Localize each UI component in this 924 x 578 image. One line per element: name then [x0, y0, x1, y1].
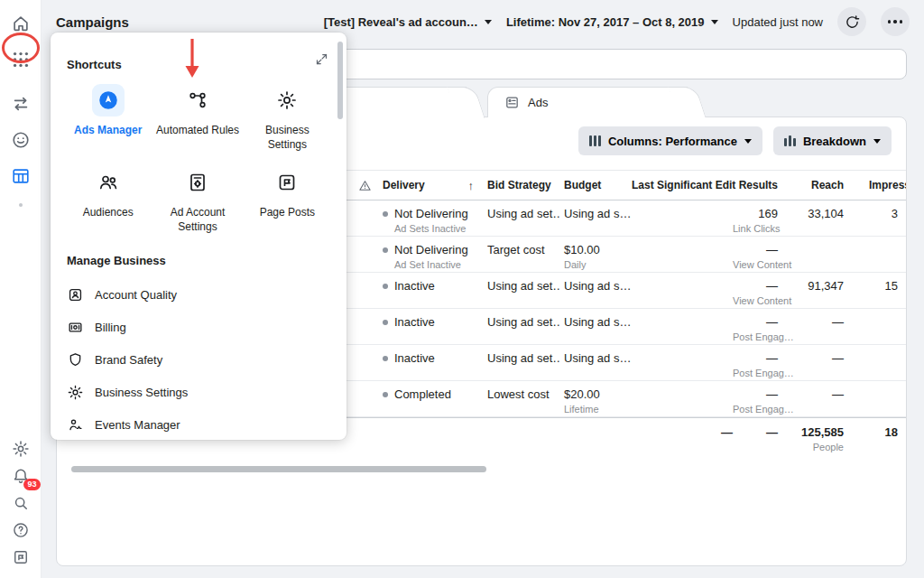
date-range-label: Lifetime: Nov 27, 2017 – Oct 8, 2019	[506, 15, 705, 29]
search-icon[interactable]	[5, 491, 36, 515]
refresh-button[interactable]	[837, 7, 866, 36]
popup-scrollbar[interactable]	[337, 42, 343, 119]
column-header-impressions[interactable]: Impressions	[844, 179, 898, 191]
swap-arrows-icon[interactable]	[5, 90, 36, 117]
reporting-table-icon[interactable]	[5, 163, 36, 190]
menu-item-label: Events Manager	[95, 418, 180, 432]
menu-item-label: Business Settings	[95, 386, 188, 399]
totals-last-edit: —	[632, 425, 733, 439]
shortcut-label: Business Settings	[245, 124, 330, 152]
totals-reach: 125,585People	[778, 425, 844, 452]
ads-tab-icon	[504, 95, 520, 110]
business-settings-gear-icon	[67, 384, 84, 401]
events-manager-icon	[67, 416, 84, 434]
ads-manager-icon	[92, 84, 125, 117]
delivery-status-dot	[383, 284, 388, 289]
columns-button[interactable]: Columns: Performance	[578, 126, 762, 155]
sidebar-scroll-dot	[19, 203, 23, 207]
column-header-budget[interactable]: Budget	[559, 179, 632, 191]
breakdown-button[interactable]: Breakdown	[773, 126, 892, 155]
automated-rules-icon	[181, 84, 214, 117]
page-title: Campaigns	[56, 14, 129, 30]
horizontal-scrollbar[interactable]	[71, 466, 486, 472]
sort-ascending-icon: ↑	[468, 179, 484, 192]
shortcut-label: Page Posts	[260, 206, 315, 220]
column-header-reach[interactable]: Reach	[778, 179, 844, 191]
menu-item-billing[interactable]: Billing	[65, 311, 330, 343]
apps-grid-icon[interactable]	[5, 46, 36, 73]
warning-icon	[350, 179, 379, 192]
more-options-button[interactable]	[881, 7, 910, 36]
emoji-icon[interactable]	[5, 126, 36, 154]
help-icon[interactable]	[5, 518, 36, 542]
shortcut-ads-manager[interactable]: Ads Manager	[65, 84, 151, 152]
manage-business-heading: Manage Business	[67, 254, 330, 267]
menu-item-label: Account Quality	[95, 288, 177, 302]
delivery-status-dot	[383, 211, 388, 217]
home-icon[interactable]	[5, 10, 36, 37]
chevron-down-icon	[485, 20, 492, 24]
ad-account-settings-icon	[181, 166, 214, 199]
column-header-last-significant-edit[interactable]: Last Significant Edit	[632, 179, 733, 191]
chevron-down-icon	[744, 139, 752, 144]
billing-icon	[67, 319, 84, 336]
menu-item-brand-safety[interactable]: Brand Safety	[65, 343, 330, 376]
settings-gear-icon[interactable]	[5, 437, 36, 461]
shortcut-label: Audiences	[83, 206, 134, 220]
columns-button-label: Columns: Performance	[608, 135, 737, 148]
ads-manager-screen: 93 Campaigns [Test] Reveal's ad accoun… …	[0, 0, 924, 578]
menu-item-account-quality[interactable]: Account Quality	[65, 278, 330, 311]
menu-item-events-manager[interactable]: Events Manager	[65, 408, 330, 440]
delivery-status-dot	[383, 320, 388, 325]
menu-item-label: Brand Safety	[95, 353, 162, 367]
shortcut-ad-account-settings[interactable]: Ad Account Settings	[154, 166, 240, 234]
ad-account-selector[interactable]: [Test] Reveal's ad accoun…	[324, 15, 492, 29]
shortcut-business-settings[interactable]: Business Settings	[245, 84, 330, 152]
chevron-down-icon	[711, 20, 718, 24]
column-header-delivery[interactable]: Delivery ↑	[379, 179, 483, 192]
ad-account-selector-label: [Test] Reveal's ad accoun…	[324, 15, 478, 29]
brand-safety-shield-icon	[67, 351, 84, 368]
shortcut-audiences[interactable]: Audiences	[65, 166, 151, 234]
totals-results: —	[733, 425, 778, 439]
shortcut-label: Ads Manager	[74, 124, 142, 138]
all-tools-popup: Shortcuts Ads Manager Automated Rules Bu…	[51, 33, 346, 440]
updated-status: Updated just now	[733, 15, 823, 29]
breakdown-button-label: Breakdown	[803, 135, 866, 148]
table-toolbar: Columns: Performance Breakdown	[578, 126, 892, 155]
shortcuts-grid: Ads Manager Automated Rules Business Set…	[65, 84, 330, 234]
account-quality-icon	[67, 286, 84, 303]
left-sidebar: 93	[0, 0, 42, 578]
shortcut-automated-rules[interactable]: Automated Rules	[154, 84, 240, 152]
columns-icon	[589, 135, 601, 146]
menu-item-label: Billing	[95, 321, 126, 334]
business-settings-gear-icon	[271, 84, 303, 117]
pages-flag-icon[interactable]	[5, 545, 36, 569]
shortcuts-heading: Shortcuts	[67, 58, 330, 71]
sidebar-bottom-group: 93	[5, 435, 36, 571]
page-posts-icon	[271, 166, 303, 199]
audiences-icon	[92, 166, 125, 199]
shortcut-label: Automated Rules	[156, 124, 239, 138]
column-header-results[interactable]: Results	[733, 179, 778, 191]
sidebar-top-group	[5, 5, 36, 207]
manage-business-list: Account Quality Billing Brand Safety Bus…	[65, 278, 330, 440]
ads-tab-label: Ads	[528, 96, 548, 109]
delivery-status-dot	[383, 247, 388, 253]
shortcut-page-posts[interactable]: Page Posts	[245, 166, 330, 234]
date-range-selector[interactable]: Lifetime: Nov 27, 2017 – Oct 8, 2019	[506, 15, 718, 29]
expand-icon[interactable]	[315, 52, 328, 66]
breakdown-icon	[784, 135, 796, 146]
shortcut-label: Ad Account Settings	[154, 206, 240, 234]
column-header-bid-strategy[interactable]: Bid Strategy	[483, 179, 559, 191]
delivery-status-dot	[383, 392, 388, 397]
tab-ads[interactable]: Ads	[487, 87, 688, 117]
delivery-status-dot	[383, 356, 388, 361]
top-bar-right: [Test] Reveal's ad accoun… Lifetime: Nov…	[324, 7, 910, 36]
ellipsis-icon	[886, 20, 904, 23]
notifications-bell-icon[interactable]: 93	[5, 464, 36, 488]
chevron-down-icon	[873, 139, 881, 144]
notification-badge: 93	[23, 479, 40, 490]
totals-impressions: 18	[844, 425, 898, 439]
menu-item-business-settings[interactable]: Business Settings	[65, 376, 330, 408]
